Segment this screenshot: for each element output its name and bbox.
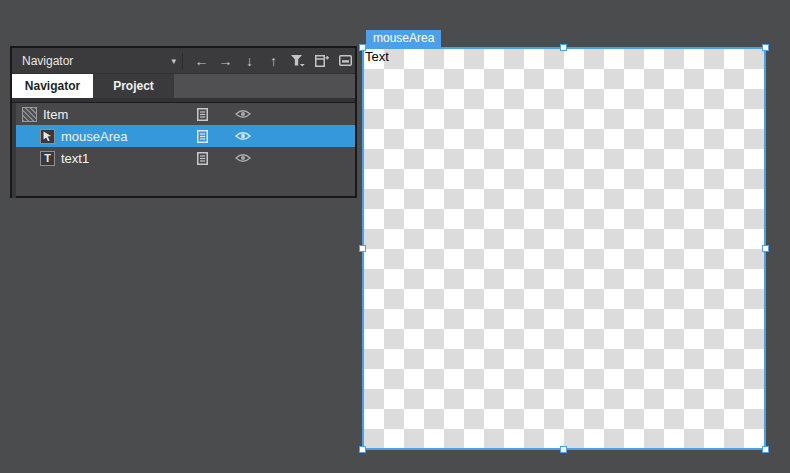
navigator-toolbar: ← → ↓ ↑	[189, 52, 354, 70]
selected-mousearea-canvas[interactable]: Text	[362, 47, 766, 450]
resize-handle-bottom-right[interactable]	[762, 446, 769, 453]
tree-row-label: mouseArea	[61, 129, 127, 144]
visibility-eye-icon[interactable]	[234, 109, 252, 119]
visibility-eye-icon[interactable]	[234, 131, 252, 141]
move-left-icon[interactable]: ←	[193, 52, 210, 70]
mouse-area-type-icon	[40, 129, 55, 144]
navigator-panel: Navigator ▾ ← → ↓ ↑	[10, 46, 357, 198]
visibility-eye-icon[interactable]	[234, 153, 252, 163]
resize-handle-top-left[interactable]	[359, 44, 366, 51]
export-toggle[interactable]	[194, 108, 210, 121]
resize-handle-middle-right[interactable]	[762, 245, 769, 252]
navigator-tab-bar: Navigator Project	[12, 74, 355, 98]
resize-handle-top-middle[interactable]	[560, 44, 567, 51]
tree-row-label: text1	[61, 151, 89, 166]
resize-handle-top-right[interactable]	[762, 44, 769, 51]
tree-row-item[interactable]: Item	[16, 103, 355, 125]
panel-mode-dropdown[interactable]: Navigator ▾	[22, 54, 182, 68]
header-separator	[182, 53, 183, 69]
export-toggle[interactable]	[194, 152, 210, 165]
resize-handle-bottom-left[interactable]	[359, 446, 366, 453]
navigator-panel-header: Navigator ▾ ← → ↓ ↑	[12, 48, 355, 74]
text-icon-letter: T	[44, 153, 51, 164]
move-right-icon[interactable]: →	[217, 52, 234, 70]
selection-label-tab[interactable]: mouseArea	[366, 30, 441, 47]
collapse-panel-icon[interactable]	[337, 52, 354, 70]
add-column-icon[interactable]	[313, 52, 330, 70]
tree-row-text1[interactable]: T text1	[16, 147, 355, 169]
tree-row-label: Item	[43, 107, 68, 122]
resize-handle-middle-left[interactable]	[359, 245, 366, 252]
tab-bar-filler	[174, 74, 355, 98]
navigator-tree: Item	[12, 103, 355, 169]
tree-row-mousearea[interactable]: mouseArea	[16, 125, 355, 147]
move-up-icon[interactable]: ↑	[265, 52, 282, 70]
text-type-icon: T	[40, 151, 55, 166]
item-type-icon	[22, 107, 37, 122]
tab-project[interactable]: Project	[93, 74, 174, 98]
chevron-down-icon: ▾	[171, 56, 176, 66]
text-item[interactable]: Text	[365, 49, 389, 64]
resize-handle-bottom-middle[interactable]	[560, 446, 567, 453]
filter-icon[interactable]	[289, 52, 306, 70]
export-toggle[interactable]	[194, 130, 210, 143]
panel-title: Navigator	[22, 54, 171, 68]
move-down-icon[interactable]: ↓	[241, 52, 258, 70]
tab-navigator[interactable]: Navigator	[12, 74, 93, 98]
